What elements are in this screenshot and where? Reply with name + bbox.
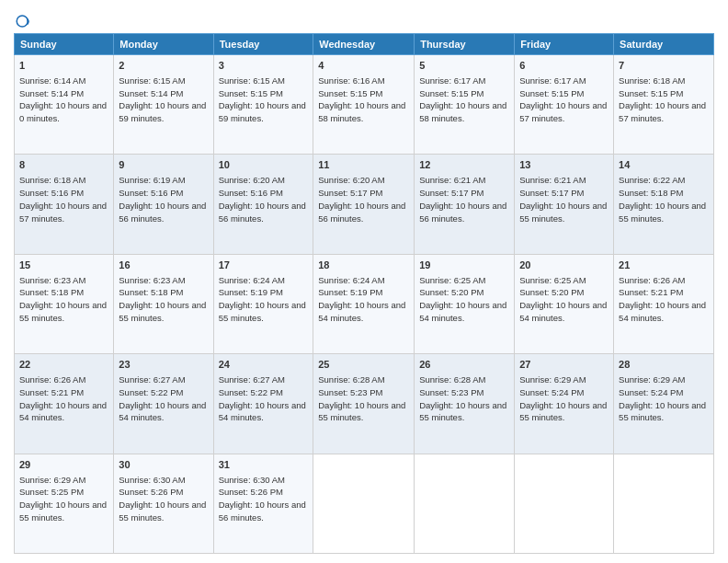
day-number: 25	[318, 358, 409, 373]
calendar-cell: 7Sunrise: 6:18 AMSunset: 5:15 PMDaylight…	[614, 55, 714, 155]
day-number: 16	[119, 259, 208, 273]
daylight: Daylight: 10 hours and 57 minutes.	[519, 100, 607, 123]
daylight: Daylight: 10 hours and 57 minutes.	[619, 100, 706, 123]
calendar-cell: 9Sunrise: 6:19 AMSunset: 5:16 PMDaylight…	[114, 155, 213, 254]
day-number: 3	[219, 59, 309, 74]
calendar-cell: 16Sunrise: 6:23 AMSunset: 5:18 PMDayligh…	[114, 254, 213, 353]
calendar-page: SundayMondayTuesdayWednesdayThursdayFrid…	[0, 0, 728, 563]
day-number: 17	[219, 259, 309, 273]
day-number: 1	[19, 59, 108, 74]
calendar-week-row: 1Sunrise: 6:14 AMSunset: 5:14 PMDaylight…	[15, 55, 714, 155]
sunset: Sunset: 5:18 PM	[119, 287, 183, 297]
day-header-thursday: Thursday	[415, 34, 515, 55]
calendar-cell: 3Sunrise: 6:15 AMSunset: 5:15 PMDaylight…	[213, 55, 313, 155]
day-number: 19	[419, 259, 509, 273]
day-header-tuesday: Tuesday	[213, 34, 313, 55]
day-number: 2	[119, 59, 208, 74]
sunset: Sunset: 5:16 PM	[119, 188, 183, 198]
calendar-week-row: 29Sunrise: 6:29 AMSunset: 5:25 PMDayligh…	[15, 454, 714, 553]
sunset: Sunset: 5:18 PM	[19, 287, 84, 297]
daylight: Daylight: 10 hours and 54 minutes.	[619, 300, 706, 323]
calendar-week-row: 8Sunrise: 6:18 AMSunset: 5:16 PMDaylight…	[15, 155, 714, 254]
daylight: Daylight: 10 hours and 55 minutes.	[519, 201, 607, 224]
sunset: Sunset: 5:25 PM	[19, 487, 84, 497]
sunrise: Sunrise: 6:15 AM	[219, 75, 285, 86]
day-header-monday: Monday	[114, 34, 213, 55]
calendar-cell: 25Sunrise: 6:28 AMSunset: 5:23 PMDayligh…	[313, 354, 415, 454]
calendar-week-row: 15Sunrise: 6:23 AMSunset: 5:18 PMDayligh…	[15, 254, 714, 353]
day-number: 5	[419, 59, 509, 74]
day-number: 9	[119, 158, 208, 173]
sunrise: Sunrise: 6:29 AM	[519, 374, 586, 385]
calendar-cell: 31Sunrise: 6:30 AMSunset: 5:26 PMDayligh…	[213, 454, 313, 553]
sunrise: Sunrise: 6:17 AM	[519, 75, 586, 86]
daylight: Daylight: 10 hours and 54 minutes.	[119, 400, 206, 423]
sunrise: Sunrise: 6:29 AM	[619, 374, 685, 385]
day-number: 23	[119, 358, 208, 373]
sunset: Sunset: 5:20 PM	[519, 287, 584, 297]
daylight: Daylight: 10 hours and 56 minutes.	[219, 500, 306, 523]
daylight: Daylight: 10 hours and 54 minutes.	[419, 300, 506, 323]
sunset: Sunset: 5:19 PM	[318, 287, 382, 297]
calendar-cell: 15Sunrise: 6:23 AMSunset: 5:18 PMDayligh…	[15, 254, 114, 353]
day-number: 12	[419, 158, 509, 173]
daylight: Daylight: 10 hours and 55 minutes.	[519, 400, 607, 423]
daylight: Daylight: 10 hours and 56 minutes.	[119, 201, 206, 224]
day-number: 6	[519, 59, 609, 74]
sunrise: Sunrise: 6:18 AM	[619, 75, 685, 86]
daylight: Daylight: 10 hours and 55 minutes.	[619, 201, 706, 224]
day-number: 13	[519, 158, 609, 173]
daylight: Daylight: 10 hours and 55 minutes.	[419, 400, 506, 423]
sunrise: Sunrise: 6:21 AM	[419, 175, 485, 185]
calendar-cell: 11Sunrise: 6:20 AMSunset: 5:17 PMDayligh…	[313, 155, 415, 254]
calendar-cell: 22Sunrise: 6:26 AMSunset: 5:21 PMDayligh…	[15, 354, 114, 454]
sunrise: Sunrise: 6:26 AM	[619, 275, 685, 285]
sunset: Sunset: 5:22 PM	[219, 387, 283, 397]
daylight: Daylight: 10 hours and 56 minutes.	[318, 201, 405, 224]
calendar-table: SundayMondayTuesdayWednesdayThursdayFrid…	[14, 33, 714, 554]
sunset: Sunset: 5:14 PM	[19, 88, 84, 98]
calendar-cell: 14Sunrise: 6:22 AMSunset: 5:18 PMDayligh…	[614, 155, 714, 254]
daylight: Daylight: 10 hours and 59 minutes.	[119, 100, 206, 123]
sunrise: Sunrise: 6:25 AM	[419, 275, 485, 285]
svg-point-0	[17, 16, 28, 27]
sunset: Sunset: 5:15 PM	[519, 88, 584, 98]
sunrise: Sunrise: 6:24 AM	[219, 275, 285, 285]
sunrise: Sunrise: 6:28 AM	[318, 374, 384, 385]
sunset: Sunset: 5:20 PM	[419, 287, 483, 297]
sunrise: Sunrise: 6:20 AM	[318, 175, 384, 185]
calendar-cell: 1Sunrise: 6:14 AMSunset: 5:14 PMDaylight…	[15, 55, 114, 155]
sunset: Sunset: 5:26 PM	[119, 487, 183, 497]
sunset: Sunset: 5:21 PM	[19, 387, 84, 397]
sunset: Sunset: 5:26 PM	[219, 487, 283, 497]
day-number: 7	[619, 59, 709, 74]
daylight: Daylight: 10 hours and 56 minutes.	[419, 201, 506, 224]
sunrise: Sunrise: 6:27 AM	[119, 374, 185, 385]
sunrise: Sunrise: 6:30 AM	[119, 475, 185, 485]
calendar-cell	[614, 454, 714, 553]
daylight: Daylight: 10 hours and 55 minutes.	[119, 500, 206, 523]
calendar-cell: 21Sunrise: 6:26 AMSunset: 5:21 PMDayligh…	[614, 254, 714, 353]
daylight: Daylight: 10 hours and 55 minutes.	[119, 300, 206, 323]
calendar-cell: 27Sunrise: 6:29 AMSunset: 5:24 PMDayligh…	[515, 354, 614, 454]
sunset: Sunset: 5:23 PM	[419, 387, 483, 397]
daylight: Daylight: 10 hours and 58 minutes.	[318, 100, 405, 123]
day-header-friday: Friday	[515, 34, 614, 55]
sunrise: Sunrise: 6:25 AM	[519, 275, 586, 285]
day-header-saturday: Saturday	[614, 34, 714, 55]
daylight: Daylight: 10 hours and 54 minutes.	[219, 400, 306, 423]
calendar-cell: 24Sunrise: 6:27 AMSunset: 5:22 PMDayligh…	[213, 354, 313, 454]
daylight: Daylight: 10 hours and 55 minutes.	[219, 300, 306, 323]
sunrise: Sunrise: 6:15 AM	[119, 75, 185, 86]
calendar-cell: 17Sunrise: 6:24 AMSunset: 5:19 PMDayligh…	[213, 254, 313, 353]
sunset: Sunset: 5:17 PM	[318, 188, 382, 198]
logo-icon	[16, 13, 32, 29]
sunset: Sunset: 5:21 PM	[619, 287, 683, 297]
calendar-cell: 20Sunrise: 6:25 AMSunset: 5:20 PMDayligh…	[515, 254, 614, 353]
day-number: 20	[519, 259, 609, 273]
day-number: 30	[119, 458, 208, 473]
daylight: Daylight: 10 hours and 54 minutes.	[519, 300, 607, 323]
sunset: Sunset: 5:15 PM	[419, 88, 483, 98]
daylight: Daylight: 10 hours and 54 minutes.	[19, 400, 107, 423]
daylight: Daylight: 10 hours and 55 minutes.	[19, 300, 107, 323]
